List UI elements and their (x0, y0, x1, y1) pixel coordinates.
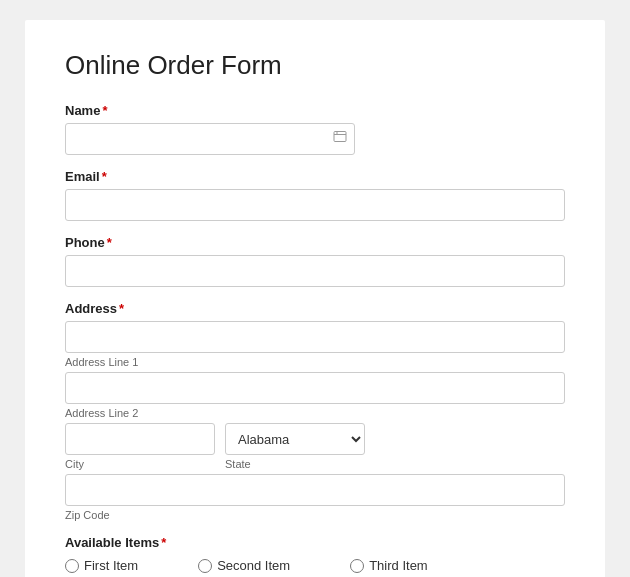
zip-input[interactable] (65, 474, 565, 506)
state-sublabel: State (225, 458, 365, 470)
radio-item-third[interactable]: Third Item (350, 558, 428, 573)
address-line1-sublabel: Address Line 1 (65, 356, 565, 368)
name-label: Name* (65, 103, 565, 118)
address-line2-row: Address Line 2 (65, 372, 565, 419)
address-line2-sublabel: Address Line 2 (65, 407, 565, 419)
radio-third-item[interactable] (350, 559, 364, 573)
zip-field: Zip Code (65, 474, 565, 521)
radio-first-item[interactable] (65, 559, 79, 573)
address-line2-input[interactable] (65, 372, 565, 404)
address-line1-input[interactable] (65, 321, 565, 353)
phone-label: Phone* (65, 235, 565, 250)
available-items-label: Available Items* (65, 535, 565, 550)
name-field-group: Name* (65, 103, 565, 155)
address-line1-row: Address Line 1 (65, 321, 565, 368)
email-label: Email* (65, 169, 565, 184)
radio-item-first[interactable]: First Item (65, 558, 138, 573)
city-state-row: City Alabama Alaska Arizona Arkansas Cal… (65, 423, 565, 470)
name-required-star: * (102, 103, 107, 118)
address-section: Address* Address Line 1 Address Line 2 C… (65, 301, 565, 521)
radio-group: First Item Second Item Third Item (65, 558, 565, 573)
radio-third-label: Third Item (369, 558, 428, 573)
email-required-star: * (102, 169, 107, 184)
phone-input[interactable] (65, 255, 565, 287)
state-select[interactable]: Alabama Alaska Arizona Arkansas Californ… (225, 423, 365, 455)
phone-field-group: Phone* (65, 235, 565, 287)
address-label: Address* (65, 301, 565, 316)
radio-first-label: First Item (84, 558, 138, 573)
email-input[interactable] (65, 189, 565, 221)
form-container: Online Order Form Name* Email* Phone* (25, 20, 605, 577)
radio-second-label: Second Item (217, 558, 290, 573)
zip-row: Zip Code (65, 474, 565, 521)
form-title: Online Order Form (65, 50, 565, 81)
radio-second-item[interactable] (198, 559, 212, 573)
city-field: City (65, 423, 215, 470)
address-required-star: * (119, 301, 124, 316)
radio-item-second[interactable]: Second Item (198, 558, 290, 573)
name-input-wrapper (65, 123, 355, 155)
phone-required-star: * (107, 235, 112, 250)
name-input[interactable] (65, 123, 355, 155)
state-field: Alabama Alaska Arizona Arkansas Californ… (225, 423, 365, 470)
city-input[interactable] (65, 423, 215, 455)
email-field-group: Email* (65, 169, 565, 221)
zip-sublabel: Zip Code (65, 509, 565, 521)
city-sublabel: City (65, 458, 215, 470)
available-items-section: Available Items* First Item Second Item … (65, 535, 565, 573)
items-required-star: * (161, 535, 166, 550)
